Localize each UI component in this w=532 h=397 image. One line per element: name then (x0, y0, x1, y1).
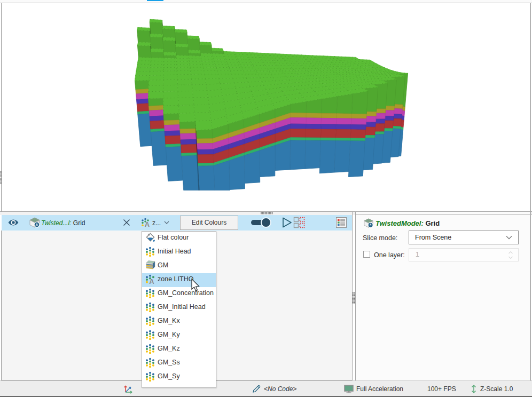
svg-text:A: A (145, 220, 150, 228)
svg-text:A: A (149, 277, 154, 285)
